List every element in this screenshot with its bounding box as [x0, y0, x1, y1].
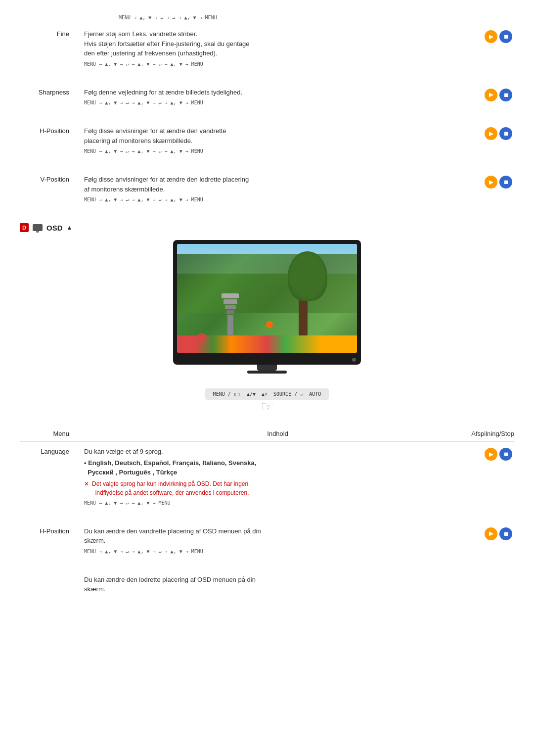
osd-h-position-content: Du kan ændre den vandrette placering af …	[84, 526, 475, 558]
language-play-button[interactable]: ▶	[485, 448, 497, 461]
v-position-row: V-Position Følg disse anvisninger for at…	[20, 175, 514, 211]
fine-stop-button[interactable]: ⏹	[499, 30, 512, 43]
panel-auto: AUTO	[309, 391, 321, 397]
fine-label: Fine	[20, 29, 84, 38]
table-headers: Menu Indhold Afspilning/Stop	[20, 430, 514, 442]
v-position-play-button[interactable]: ▶	[485, 176, 497, 189]
col-menu-header: Menu	[20, 430, 84, 437]
d-icon: D	[20, 223, 29, 232]
h-position-play-button[interactable]: ▶	[485, 127, 497, 140]
fine-play-button[interactable]: ▶	[485, 30, 497, 43]
osd-v-position-label	[20, 575, 84, 576]
sharpness-desc: Følg denne vejledning for at ændre bille…	[84, 88, 475, 97]
osd-title: OSD	[46, 224, 63, 232]
monitor-outer	[173, 240, 361, 374]
language-label: Language	[20, 447, 84, 455]
fine-buttons: ▶ ⏹	[485, 29, 514, 43]
fine-menu-path: MENU → ▲, ▼ → ↵ → ▲, ▼ → ↵ → ▲, ▼ → MENU	[84, 60, 475, 68]
panel-source: SOURCE / ↵	[273, 391, 303, 397]
osd-h-position-stop-button[interactable]: ⏹	[499, 527, 512, 540]
col-content-header: Indhold	[84, 430, 471, 437]
h-position-menu-path: MENU → ▲, ▼ → ↵ → ▲, ▼ → ↵ → ▲, ▼ → MENU	[84, 147, 475, 155]
monitor-button-dot	[352, 358, 356, 362]
h-position-desc: Følg disse anvisninger for at ændre den …	[84, 126, 475, 145]
v-position-stop-button[interactable]: ⏹	[499, 176, 512, 189]
panel-nav: ▲/▼	[247, 391, 256, 397]
v-position-buttons: ▶ ⏹	[485, 175, 514, 189]
fine-content: Fjerner støj som f.eks. vandrette stribe…	[84, 29, 475, 71]
language-buttons: ▶ ⏹	[485, 447, 514, 461]
osd-v-position-buttons	[485, 575, 514, 576]
osd-v-position-desc: Du kan ændre den lodrette placering af O…	[84, 575, 475, 594]
language-desc-1: Du kan vælge et af 9 sprog.	[84, 447, 475, 457]
sharpness-row: Sharpness Følg denne vejledning for at æ…	[20, 88, 514, 115]
sharpness-play-button[interactable]: ▶	[485, 89, 497, 101]
osd-h-position-menu-path: MENU → ▲, ▼ → ↵ → ▲, ▼ → ↵ → ▲, ▼ → MENU	[84, 548, 475, 555]
panel-brightness: ▲☀	[262, 391, 267, 397]
sharpness-stop-button[interactable]: ⏹	[499, 89, 512, 101]
osd-h-position-desc: Du kan ændre den vandrette placering af …	[84, 526, 475, 546]
monitor-container	[20, 240, 514, 374]
col-play-header: Afspilning/Stop	[471, 430, 514, 437]
language-warning-text: Det valgte sprog har kun indvirkning på …	[92, 479, 249, 497]
top-menu-path: MENU → ▲, ▼ → ↵ → ↵ → ▲, ▼ → MENU	[119, 15, 514, 20]
v-position-menu-path: MENU → ▲, ▼ → ↵ → ▲, ▼ → ↵ → ▲, ▼ → MENU	[84, 196, 475, 203]
monitor-base	[247, 371, 287, 374]
osd-header: D OSD ▲	[20, 223, 514, 232]
sharpness-buttons: ▶ ⏹	[485, 88, 514, 101]
v-position-content: Følg disse anvisninger for at ændre den …	[84, 175, 475, 206]
h-position-content: Følg disse anvisninger for at ændre den …	[84, 126, 475, 158]
language-menu-path: MENU → ▲, ▼ → ↵ → ▲, ▼ → MENU	[84, 499, 475, 507]
fine-row: Fine Fjerner støj som f.eks. vandrette s…	[20, 29, 514, 76]
panel-menu: MENU / ▯▯	[213, 391, 241, 397]
language-content: Du kan vælge et af 9 sprog. • English, D…	[84, 447, 475, 510]
osd-h-position-play-button[interactable]: ▶	[485, 527, 497, 540]
h-position-stop-button[interactable]: ⏹	[499, 127, 512, 140]
fine-desc: Fjerner støj som f.eks. vandrette stribe…	[84, 29, 475, 58]
sharpness-content: Følg denne vejledning for at ændre bille…	[84, 88, 475, 110]
h-position-buttons: ▶ ⏹	[485, 126, 514, 140]
language-row: Language Du kan vælge et af 9 sprog. • E…	[20, 447, 514, 515]
language-warning: ✕ Det valgte sprog har kun indvirkning p…	[84, 479, 475, 497]
sharpness-label: Sharpness	[20, 88, 84, 96]
v-position-desc: Følg disse anvisninger for at ændre den …	[84, 175, 475, 194]
control-panel-container: MENU / ▯▯ ▲/▼ ▲☀ SOURCE / ↵ AUTO ☞	[20, 388, 514, 415]
osd-h-position-buttons: ▶ ⏹	[485, 526, 514, 540]
osd-v-position-row: Du kan ændre den lodrette placering af O…	[20, 575, 514, 599]
x-mark-icon: ✕	[84, 479, 90, 488]
v-position-label: V-Position	[20, 175, 84, 183]
hand-icon: ☞	[261, 398, 274, 415]
monitor-stand	[257, 365, 277, 371]
osd-h-position-label: H-Position	[20, 526, 84, 535]
osd-v-position-content: Du kan ændre den lodrette placering af O…	[84, 575, 475, 594]
h-position-row: H-Position Følg disse anvisninger for at…	[20, 126, 514, 163]
language-stop-button[interactable]: ⏹	[499, 448, 512, 461]
sharpness-menu-path: MENU → ▲, ▼ → ↵ → ▲, ▼ → ↵ → ▲, ▼ → MENU	[84, 99, 475, 106]
monitor-screen	[177, 244, 357, 353]
h-position-label: H-Position	[20, 126, 84, 135]
osd-h-position-row: H-Position Du kan ændre den vandrette pl…	[20, 526, 514, 563]
osd-arrow: ▲	[67, 224, 73, 231]
language-bullet: • English, Deutsch, Español, Français, I…	[84, 458, 475, 477]
